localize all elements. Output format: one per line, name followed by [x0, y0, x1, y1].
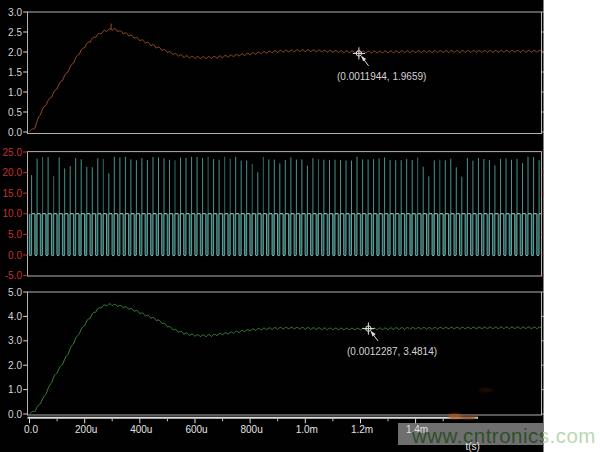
svg-text:(0.0012287, 3.4814): (0.0012287, 3.4814): [347, 346, 437, 357]
svg-text:400u: 400u: [130, 424, 152, 435]
svg-text:25.0: 25.0: [3, 147, 23, 158]
svg-text:20.0: 20.0: [3, 167, 23, 178]
svg-text:2.0: 2.0: [8, 360, 22, 371]
svg-text:www.cntronics.com: www.cntronics.com: [411, 424, 596, 447]
svg-text:3.0: 3.0: [8, 335, 22, 346]
svg-text:4.0: 4.0: [8, 311, 22, 322]
svg-text:0.5: 0.5: [8, 107, 22, 118]
svg-text:1.0: 1.0: [8, 384, 22, 395]
svg-text:-5.0: -5.0: [5, 270, 23, 281]
svg-text:1.0m: 1.0m: [296, 424, 318, 435]
svg-text:t(s): t(s): [466, 441, 480, 452]
svg-text:15.0: 15.0: [3, 188, 23, 199]
svg-text:1.0: 1.0: [8, 87, 22, 98]
svg-text:1.2m: 1.2m: [351, 424, 373, 435]
svg-text:0.0: 0.0: [8, 127, 22, 138]
svg-text:3.0: 3.0: [8, 7, 22, 18]
svg-text:2.5: 2.5: [8, 27, 22, 38]
svg-text:0.0: 0.0: [8, 250, 22, 261]
svg-text:1.5: 1.5: [8, 67, 22, 78]
svg-text:800u: 800u: [240, 424, 262, 435]
svg-text:200u: 200u: [75, 424, 97, 435]
svg-text:0.0: 0.0: [24, 424, 38, 435]
svg-text:10.0: 10.0: [3, 208, 23, 219]
svg-text:2.0: 2.0: [8, 47, 22, 58]
svg-text:5.0: 5.0: [8, 287, 22, 298]
svg-text:(0.0011944, 1.9659): (0.0011944, 1.9659): [337, 71, 426, 82]
svg-text:0.0: 0.0: [8, 409, 22, 420]
svg-text:600u: 600u: [185, 424, 207, 435]
svg-text:5.0: 5.0: [8, 229, 22, 240]
